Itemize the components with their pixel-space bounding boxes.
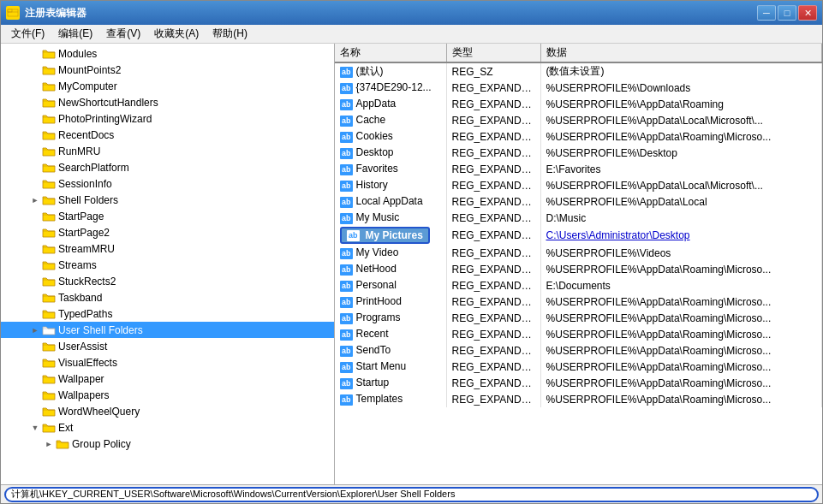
close-button[interactable]: ✕ xyxy=(798,5,817,21)
table-row[interactable]: abDesktopREG_EXPAND_SZ%USERPROFILE%\Desk… xyxy=(335,145,822,161)
table-row[interactable]: abMy VideoREG_EXPAND_SZ%USERPROFILE%\Vid… xyxy=(335,245,822,261)
tree-item[interactable]: ► StuckRects2 xyxy=(1,273,334,289)
cell-data: %USERPROFILE%\Desktop xyxy=(540,145,822,161)
table-row[interactable]: abRecentREG_EXPAND_SZ%USERPROFILE%\AppDa… xyxy=(335,326,822,342)
values-table[interactable]: 名称 类型 数据 ab(默认)REG_SZ(数值未设置)ab{374DE290-… xyxy=(335,44,822,484)
tree-item-label: MyComputer xyxy=(58,80,331,92)
folder-icon xyxy=(42,324,56,336)
table-row[interactable]: ab{374DE290-12...REG_EXPAND_SZ%USERPROFI… xyxy=(335,80,822,96)
tree-item[interactable]: ► User Shell Folders xyxy=(1,322,334,338)
tree-item-label: StuckRects2 xyxy=(58,276,331,288)
col-name[interactable]: 名称 xyxy=(335,44,446,62)
table-row[interactable]: abPrintHoodREG_EXPAND_SZ%USERPROFILE%\Ap… xyxy=(335,294,822,310)
cell-data: D:\Music xyxy=(540,210,822,226)
table-row[interactable]: abHistoryREG_EXPAND_SZ%USERPROFILE%\AppD… xyxy=(335,177,822,193)
tree-panel: ► Modules► MountPoints2► MyComputer► New… xyxy=(1,44,335,484)
col-data[interactable]: 数据 xyxy=(540,44,822,62)
table-row[interactable]: abAppDataREG_EXPAND_SZ%USERPROFILE%\AppD… xyxy=(335,96,822,112)
col-type[interactable]: 类型 xyxy=(446,44,540,62)
tree-item[interactable]: ► Wallpaper xyxy=(1,371,334,387)
tree-item[interactable]: ► RecentDocs xyxy=(1,127,334,143)
tree-item[interactable]: ► Shell Folders xyxy=(1,192,334,208)
tree-item[interactable]: ► Modules xyxy=(1,45,334,62)
table-row[interactable]: abCacheREG_EXPAND_SZ%USERPROFILE%\AppDat… xyxy=(335,112,822,128)
tree-item[interactable]: ► UserAssist xyxy=(1,338,334,354)
tree-item[interactable]: ► Taskband xyxy=(1,289,334,305)
cell-name: ab(默认) xyxy=(335,62,446,80)
maximize-button[interactable]: □ xyxy=(778,5,796,21)
menu-edit[interactable]: 编辑(E) xyxy=(51,25,99,43)
tree-item[interactable]: ► StartPage2 xyxy=(1,224,334,240)
cell-name: abHistory xyxy=(335,177,446,193)
folder-icon xyxy=(42,48,56,60)
tree-item[interactable]: ► SessionInfo xyxy=(1,175,334,192)
table-row[interactable]: abFavoritesREG_EXPAND_SZE:\Favorites xyxy=(335,161,822,177)
tree-item-label: VisualEffects xyxy=(58,357,331,369)
minimize-button[interactable]: ─ xyxy=(757,5,776,21)
tree-expand-icon: ► xyxy=(28,323,42,337)
table-row[interactable]: abSendToREG_EXPAND_SZ%USERPROFILE%\AppDa… xyxy=(335,342,822,359)
menu-view[interactable]: 查看(V) xyxy=(99,25,147,43)
cell-name: abCache xyxy=(335,112,446,128)
tree-expand-icon: ▼ xyxy=(28,421,42,435)
table-row[interactable]: ab(默认)REG_SZ(数值未设置) xyxy=(335,62,822,80)
tree-item-label: User Shell Folders xyxy=(58,324,331,336)
tree-item-label: Ext xyxy=(58,422,331,434)
tree-item[interactable]: ► RunMRU xyxy=(1,143,334,159)
cell-type: REG_EXPAND_SZ xyxy=(446,210,540,226)
cell-name: abStart Menu xyxy=(335,359,446,375)
menu-favorites[interactable]: 收藏夹(A) xyxy=(147,25,206,43)
table-row[interactable]: abNetHoodREG_EXPAND_SZ%USERPROFILE%\AppD… xyxy=(335,261,822,277)
table-row[interactable]: abCookiesREG_EXPAND_SZ%USERPROFILE%\AppD… xyxy=(335,128,822,145)
table-row[interactable]: abProgramsREG_EXPAND_SZ%USERPROFILE%\App… xyxy=(335,310,822,326)
cell-data: %USERPROFILE%\AppData\Roaming\Microso... xyxy=(540,128,822,145)
tree-item-label: UserAssist xyxy=(58,341,331,353)
table-row[interactable]: abMy MusicREG_EXPAND_SZD:\Music xyxy=(335,210,822,226)
cell-name: abMy Video xyxy=(335,245,446,261)
table-row[interactable]: abTemplatesREG_EXPAND_SZ%USERPROFILE%\Ap… xyxy=(335,391,822,407)
folder-icon xyxy=(42,129,56,141)
cell-name: abCookies xyxy=(335,128,446,145)
folder-icon xyxy=(42,389,56,401)
tree-item-label: Taskband xyxy=(58,292,331,304)
cell-type: REG_EXPAND_SZ xyxy=(446,161,540,177)
tree-item[interactable]: ► StartPage xyxy=(1,208,334,224)
table-row[interactable]: abPersonalREG_EXPAND_SZE:\Documents xyxy=(335,277,822,294)
tree-item[interactable]: ► VisualEffects xyxy=(1,354,334,371)
folder-icon xyxy=(56,438,69,450)
tree-item[interactable]: ► SearchPlatform xyxy=(1,159,334,175)
tree-item[interactable]: ► TypedPaths xyxy=(1,305,334,322)
tree-item-label: RunMRU xyxy=(58,145,331,157)
tree-item[interactable]: ► MyComputer xyxy=(1,78,334,94)
cell-type: REG_EXPAND_SZ xyxy=(446,294,540,310)
tree-item[interactable]: ► WordWheelQuery xyxy=(1,403,334,419)
cell-data: %USERPROFILE%\AppData\Roaming\Microso... xyxy=(540,310,822,326)
tree-expand-icon: ► xyxy=(42,437,56,451)
table-row[interactable]: abMy PicturesREG_EXPAND_SZC:\Users\Admin… xyxy=(335,226,822,245)
tree-item[interactable]: ► MountPoints2 xyxy=(1,62,334,78)
folder-icon xyxy=(42,259,56,271)
table-row[interactable]: abLocal AppDataREG_EXPAND_SZ%USERPROFILE… xyxy=(335,193,822,210)
cell-data: %USERPROFILE%\Downloads xyxy=(540,80,822,96)
cell-name: abDesktop xyxy=(335,145,446,161)
tree-item[interactable]: ► Streams xyxy=(1,257,334,273)
cell-data: C:\Users\Administrator\Desktop xyxy=(540,226,822,245)
cell-type: REG_EXPAND_SZ xyxy=(446,112,540,128)
tree-item[interactable]: ► Wallpapers xyxy=(1,387,334,403)
menu-file[interactable]: 文件(F) xyxy=(4,25,51,43)
tree-item[interactable]: ► PhotoPrintingWizard xyxy=(1,110,334,127)
tree-item[interactable]: ► StreamMRU xyxy=(1,240,334,257)
tree-scroll[interactable]: ► Modules► MountPoints2► MyComputer► New… xyxy=(1,44,334,484)
tree-item[interactable]: ▼ Ext xyxy=(1,419,334,436)
tree-item[interactable]: ► NewShortcutHandlers xyxy=(1,94,334,110)
table-row[interactable]: abStartupREG_EXPAND_SZ%USERPROFILE%\AppD… xyxy=(335,375,822,391)
cell-data: %USERPROFILE%\AppData\Roaming\Microso... xyxy=(540,342,822,359)
cell-data: %USERPROFILE%\Videos xyxy=(540,245,822,261)
table-row[interactable]: abStart MenuREG_EXPAND_SZ%USERPROFILE%\A… xyxy=(335,359,822,375)
tree-item[interactable]: ► Group Policy xyxy=(1,436,334,452)
tree-item-label: Wallpapers xyxy=(58,389,331,401)
cell-data: %USERPROFILE%\AppData\Roaming\Microso... xyxy=(540,326,822,342)
tree-item-label: TypedPaths xyxy=(58,308,331,320)
menu-help[interactable]: 帮助(H) xyxy=(206,25,254,43)
folder-icon xyxy=(42,422,56,434)
